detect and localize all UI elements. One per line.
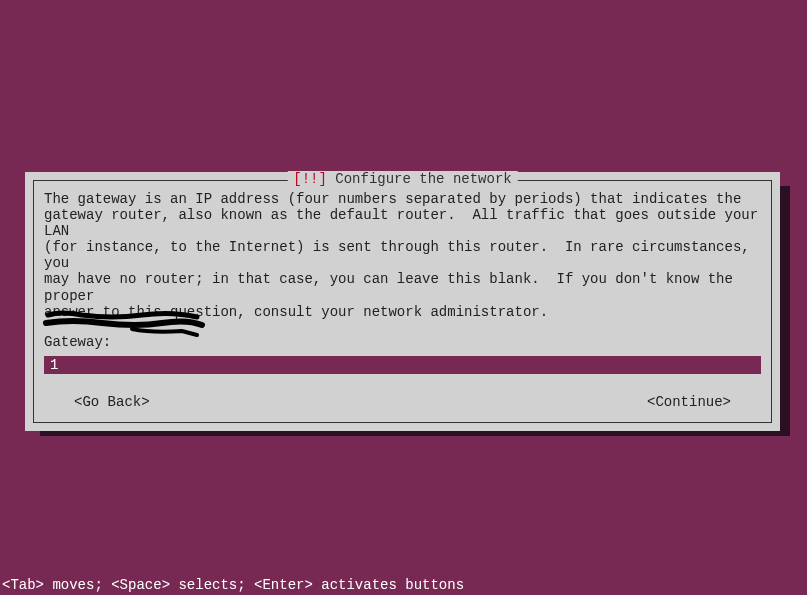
gateway-label: Gateway:: [44, 334, 761, 350]
help-bar: <Tab> moves; <Space> selects; <Enter> ac…: [2, 577, 464, 593]
dialog-inner: [!!] Configure the network The gateway i…: [33, 180, 772, 423]
continue-button[interactable]: <Continue>: [647, 394, 731, 410]
gateway-input[interactable]: [44, 356, 761, 374]
button-row: <Go Back> <Continue>: [44, 394, 761, 412]
dialog-title: [!!] Configure the network: [287, 171, 517, 187]
dialog-title-bang: [!!]: [293, 171, 327, 187]
configure-network-dialog: [!!] Configure the network The gateway i…: [25, 172, 780, 431]
gateway-description: The gateway is an IP address (four numbe…: [44, 191, 761, 320]
dialog-title-text: Configure the network: [335, 171, 511, 187]
go-back-button[interactable]: <Go Back>: [74, 394, 150, 410]
